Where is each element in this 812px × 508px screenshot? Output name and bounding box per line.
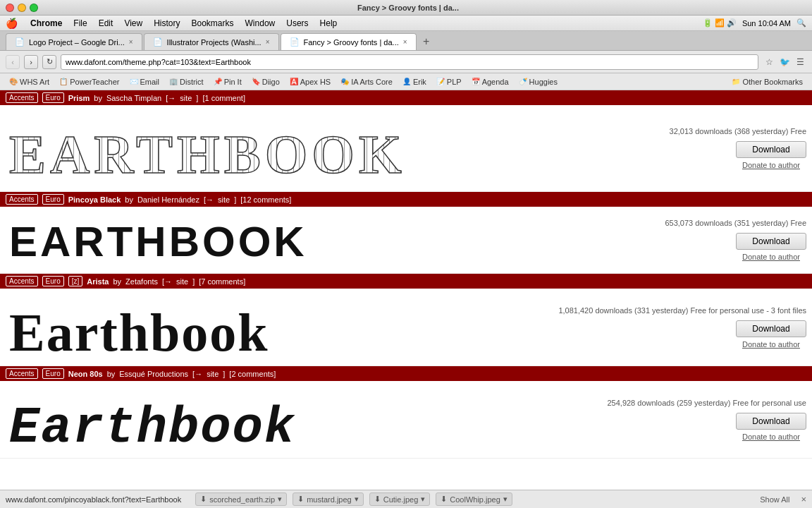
download-label-4: CoolWhip.jpeg bbox=[450, 495, 500, 504]
menubar-right: 🔋 📶 🔊 Sun 10:04 AM 🔍 bbox=[703, 18, 806, 28]
tag-accents-arista: Accents bbox=[6, 276, 38, 286]
tab-close-2[interactable]: × bbox=[266, 38, 270, 46]
history-menu[interactable]: History bbox=[148, 18, 185, 28]
page-content: Accents Euro Prism by Sascha Timplan [→ … bbox=[0, 90, 812, 490]
font-author-neon80s[interactable]: Essqué Productions bbox=[119, 370, 188, 378]
tab-logo-project[interactable]: 📄 Logo Project – Google Dri... × bbox=[6, 33, 142, 50]
bookmark-district[interactable]: 🏢 District bbox=[166, 76, 207, 87]
apple-menu[interactable]: 🍎 bbox=[6, 18, 18, 29]
download-button-pincoya[interactable]: Download bbox=[736, 233, 806, 250]
bookmark-icon-plp: 📝 bbox=[436, 78, 445, 85]
new-tab-button[interactable]: + bbox=[418, 33, 435, 50]
bookmark-plp[interactable]: 📝 PLP bbox=[433, 76, 465, 87]
reload-button[interactable]: ↻ bbox=[42, 55, 56, 69]
font-name-pincoya[interactable]: Pincoya Black bbox=[68, 195, 121, 204]
download-item-1[interactable]: ⬇ scorched_earth.zip ▾ bbox=[195, 492, 287, 506]
donate-link-arista[interactable]: Donate to author bbox=[736, 340, 806, 349]
donate-link-prism[interactable]: Donate to author bbox=[736, 161, 806, 169]
bookmark-icon-other: 📁 bbox=[732, 78, 740, 85]
bookmark-pin-it[interactable]: 📌 Pin It bbox=[210, 76, 245, 87]
minimize-window-button[interactable] bbox=[18, 4, 26, 12]
bookmark-label-pin-it: Pin It bbox=[224, 78, 242, 86]
font-meta-arista: 1,081,420 downloads (331 yesterday) Free… bbox=[558, 306, 806, 315]
font-author-prism[interactable]: Sascha Timplan bbox=[106, 94, 161, 102]
donate-link-pincoya[interactable]: Donate to author bbox=[736, 253, 806, 261]
arrow-site-arista: [→ bbox=[162, 277, 172, 286]
font-entry-pincoya: Accents Euro Pincoya Black by Daniel Her… bbox=[0, 192, 812, 274]
address-icons: ☆ 🐦 ☰ bbox=[763, 56, 806, 68]
chrome-menu[interactable]: Chrome bbox=[25, 18, 68, 28]
bookmark-label-powerteacher: PowerTeacher bbox=[70, 78, 119, 86]
download-button-arista[interactable]: Download bbox=[736, 320, 806, 337]
bookmark-diigo[interactable]: 🔖 Diigo bbox=[248, 76, 283, 87]
bookmark-agenda[interactable]: 📅 Agenda bbox=[468, 76, 512, 87]
download-chevron-2: ▾ bbox=[355, 495, 359, 504]
bookmark-label-plp: PLP bbox=[447, 78, 462, 86]
comments-neon80s[interactable]: [2 comments] bbox=[229, 370, 276, 378]
close-window-button[interactable] bbox=[6, 4, 14, 12]
spotlight-icon[interactable]: 🔍 bbox=[796, 18, 806, 28]
rss-icon[interactable]: ☰ bbox=[794, 56, 806, 68]
by-neon80s: by bbox=[107, 370, 116, 378]
download-button-prism[interactable]: Download bbox=[736, 141, 806, 158]
users-menu[interactable]: Users bbox=[281, 18, 314, 28]
edit-menu[interactable]: Edit bbox=[93, 18, 119, 28]
site-link-prism[interactable]: site bbox=[180, 94, 192, 102]
url-input[interactable] bbox=[61, 54, 758, 70]
font-entry-neon80s: Accents Euro Neon 80s by Essqué Producti… bbox=[0, 366, 812, 459]
font-author-pincoya[interactable]: Daniel Hernández bbox=[137, 195, 199, 204]
bookmark-label-huggies: Huggies bbox=[529, 78, 558, 86]
site-link-pincoya[interactable]: site bbox=[218, 195, 230, 204]
window-menu[interactable]: Window bbox=[240, 18, 281, 28]
font-name-arista[interactable]: Arista bbox=[87, 277, 109, 286]
bookmarks-menu[interactable]: Bookmarks bbox=[186, 18, 240, 28]
tab-close-3[interactable]: × bbox=[403, 38, 407, 46]
tab-fancy-groovy[interactable]: 📄 Fancy > Groovy fonts | da... × bbox=[281, 33, 417, 50]
tag-euro-pincoya: Euro bbox=[42, 194, 64, 205]
star-icon[interactable]: ☆ bbox=[763, 56, 775, 68]
font-name-prism[interactable]: Prism bbox=[68, 94, 90, 102]
download-item-2[interactable]: ⬇ mustard.jpeg ▾ bbox=[293, 492, 364, 506]
font-actions-arista: 1,081,420 downloads (331 yesterday) Free… bbox=[558, 306, 806, 349]
comments-prism[interactable]: [1 comment] bbox=[202, 94, 245, 102]
help-menu[interactable]: Help bbox=[314, 18, 343, 28]
download-item-3[interactable]: ⬇ Cutie.jpeg ▾ bbox=[369, 492, 431, 506]
bookmark-huggies[interactable]: 🍼 Huggies bbox=[515, 76, 561, 87]
close-downloads-button[interactable]: × bbox=[801, 494, 806, 504]
bookmark-whs-art[interactable]: 🎨 WHS Art bbox=[6, 76, 53, 87]
comments-arista[interactable]: [7 comments] bbox=[199, 277, 245, 286]
tab-illustrator-projects[interactable]: 📄 Illustrator Projects (Washi... × bbox=[144, 33, 279, 50]
download-chevron-1: ▾ bbox=[278, 495, 282, 504]
bookmark-powerteacher[interactable]: 📋 PowerTeacher bbox=[56, 76, 123, 87]
bookmark-label-other: Other Bookmarks bbox=[742, 78, 803, 86]
font-header-arista: Accents Euro [z] Arista by Zetafonts [→ … bbox=[0, 274, 812, 289]
font-body-prism: EARTHBOOK 32,013 downloads (368 yesterda… bbox=[0, 105, 812, 191]
file-menu[interactable]: File bbox=[68, 18, 92, 28]
comments-pincoya[interactable]: [12 comments] bbox=[240, 195, 291, 204]
donate-link-neon80s[interactable]: Donate to author bbox=[736, 433, 806, 441]
back-button[interactable]: ‹ bbox=[6, 55, 20, 69]
site-link-arista[interactable]: site bbox=[176, 277, 188, 286]
twitter-icon[interactable]: 🐦 bbox=[778, 56, 791, 68]
download-item-4[interactable]: ⬇ CoolWhip.jpeg ▾ bbox=[436, 492, 512, 506]
download-label-3: Cutie.jpeg bbox=[383, 495, 419, 504]
bookmark-other[interactable]: 📁 Other Bookmarks bbox=[728, 76, 806, 87]
by-pincoya: by bbox=[125, 195, 133, 204]
tab-close-1[interactable]: × bbox=[129, 38, 133, 46]
maximize-window-button[interactable] bbox=[30, 4, 38, 12]
bookmark-ia-arts-core[interactable]: 🎭 IA Arts Core bbox=[337, 76, 396, 87]
forward-button[interactable]: › bbox=[24, 55, 38, 69]
bookmark-label-email: Email bbox=[140, 78, 160, 86]
download-button-neon80s[interactable]: Download bbox=[736, 413, 806, 430]
bookmark-erik[interactable]: 👤 Erik bbox=[399, 76, 430, 87]
show-all-downloads-button[interactable]: Show All bbox=[760, 495, 789, 504]
address-bar: ‹ › ↻ ☆ 🐦 ☰ bbox=[0, 51, 812, 73]
view-menu[interactable]: View bbox=[118, 18, 148, 28]
font-author-arista[interactable]: Zetafonts bbox=[125, 277, 158, 286]
site-link-neon80s[interactable]: site bbox=[207, 370, 219, 378]
font-name-neon80s[interactable]: Neon 80s bbox=[68, 370, 103, 378]
bookmark-email[interactable]: ✉️ Email bbox=[126, 76, 164, 87]
download-chevron-3: ▾ bbox=[421, 495, 425, 504]
status-bar: www.dafont.com/pincoyablack.font?text=Ea… bbox=[0, 490, 812, 508]
bookmark-apex-hs[interactable]: 🅰️ Apex HS bbox=[286, 76, 334, 87]
